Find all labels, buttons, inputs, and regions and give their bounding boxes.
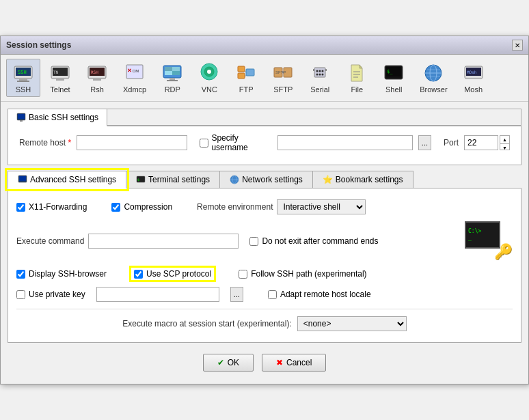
svg-point-40 — [316, 74, 318, 76]
vnc-icon — [198, 62, 220, 84]
settings-row-1: X11-Forwarding Compression Remote enviro… — [16, 199, 513, 214]
toolbar-shell[interactable]: $_ Shell — [377, 59, 411, 97]
use-scp-protocol-checkbox[interactable] — [134, 270, 143, 279]
port-spinner[interactable]: ▲ ▼ — [500, 135, 510, 150]
x11-forwarding-checkbox[interactable] — [16, 203, 25, 212]
close-button[interactable]: ✕ — [512, 40, 523, 51]
svg-rect-23 — [167, 80, 178, 81]
specify-username-label: Specify username — [211, 133, 269, 152]
svg-text:SFTP: SFTP — [275, 70, 286, 74]
svg-rect-44 — [325, 69, 327, 71]
toolbar-vnc[interactable]: VNC — [192, 59, 226, 97]
macro-select[interactable]: <none> — [297, 316, 407, 331]
port-label: Port — [444, 138, 459, 148]
bookmark-settings-tab[interactable]: ⭐ Bookmark settings — [312, 171, 413, 188]
svg-rect-43 — [313, 69, 314, 71]
username-input[interactable] — [277, 135, 413, 150]
do-not-exit-label: Do not exit after command ends — [262, 236, 378, 246]
compression-label[interactable]: Compression — [111, 202, 172, 212]
display-ssh-browser-text: Display SSH-browser — [29, 269, 107, 279]
basic-ssh-tab[interactable]: Basic SSH settings — [8, 109, 107, 126]
content-area: Basic SSH settings Remote host * Specify… — [1, 102, 528, 384]
toolbar-sftp[interactable]: SFTP SFTP — [266, 59, 300, 97]
svg-rect-27 — [238, 66, 245, 72]
file-label: File — [351, 85, 363, 94]
follow-ssh-path-checkbox[interactable] — [239, 270, 247, 279]
vnc-label: VNC — [202, 85, 217, 94]
port-down-button[interactable]: ▼ — [500, 144, 509, 152]
svg-text:SSH: SSH — [18, 70, 27, 75]
advanced-tab-content: X11-Forwarding Compression Remote enviro… — [8, 188, 521, 343]
toolbar-browser[interactable]: Browser — [413, 59, 453, 97]
cancel-button[interactable]: ✖ Cancel — [262, 354, 326, 372]
basic-tab-header-row: Basic SSH settings — [8, 109, 521, 126]
basic-settings-section: Basic SSH settings Remote host * Specify… — [8, 109, 521, 165]
compression-checkbox[interactable] — [111, 203, 120, 212]
private-key-browse-button[interactable]: ... — [230, 287, 243, 302]
serial-icon — [309, 62, 331, 84]
svg-rect-12 — [93, 79, 101, 81]
remote-env-select[interactable]: Interactive shell Bash SFTP SCP — [277, 199, 366, 214]
svg-rect-60 — [18, 114, 25, 119]
do-not-exit-checkbox[interactable] — [249, 237, 258, 246]
port-up-button[interactable]: ▲ — [500, 136, 509, 144]
specify-username-checkbox[interactable] — [200, 139, 208, 148]
basic-ssh-tab-label: Basic SSH settings — [29, 113, 98, 122]
session-settings-window: Session settings ✕ SSH SSH — [0, 36, 529, 384]
remote-host-row: Remote host * Specify username ... Port — [19, 133, 510, 152]
svg-point-42 — [322, 74, 324, 76]
network-settings-tab[interactable]: Network settings — [219, 171, 313, 188]
advanced-ssh-tab-label: Advanced SSH settings — [30, 175, 116, 184]
advanced-ssh-tab-icon — [18, 175, 27, 184]
terminal-settings-tab[interactable]: $ Terminal settings — [126, 171, 220, 188]
username-browse-button[interactable]: ... — [418, 135, 431, 150]
svg-rect-4 — [17, 81, 29, 82]
svg-rect-18 — [165, 67, 172, 71]
use-private-key-text: Use private key — [29, 290, 85, 299]
rsh-icon: RSH — [86, 62, 108, 84]
adapt-remote-host-checkbox[interactable] — [268, 290, 277, 299]
ftp-label: FTP — [239, 85, 254, 94]
execute-command-input[interactable] — [88, 234, 239, 249]
ok-button[interactable]: ✔ OK — [203, 354, 254, 372]
follow-ssh-path-text: Follow SSH path (experimental) — [251, 269, 366, 279]
cancel-label: Cancel — [286, 358, 312, 367]
xdmcp-label: Xdmcp — [123, 85, 146, 94]
svg-rect-22 — [169, 78, 175, 80]
use-private-key-checkbox[interactable] — [16, 290, 25, 299]
bookmark-tab-label: Bookmark settings — [336, 175, 403, 184]
private-key-path-input[interactable] — [96, 287, 219, 302]
toolbar-telnet[interactable]: TN Telnet — [43, 59, 77, 97]
toolbar-ftp[interactable]: FTP — [229, 59, 263, 97]
use-scp-protocol-label[interactable]: Use SCP protocol — [131, 268, 214, 280]
terminal-icon-container: C:\>_ 🔑 — [465, 221, 513, 261]
toolbar-file[interactable]: File — [340, 59, 374, 97]
basic-ssh-tab-icon — [16, 113, 26, 122]
toolbar-serial[interactable]: Serial — [303, 59, 337, 97]
key-icon: 🔑 — [494, 243, 513, 261]
use-private-key-label[interactable]: Use private key — [16, 290, 85, 299]
toolbar-xdmcp[interactable]: ✕ DM Xdmcp — [117, 59, 152, 97]
follow-ssh-path-label[interactable]: Follow SSH path (experimental) — [239, 269, 366, 279]
browser-label: Browser — [420, 85, 447, 94]
display-ssh-browser-checkbox[interactable] — [16, 270, 25, 279]
port-input[interactable] — [464, 135, 498, 150]
required-star: * — [68, 138, 71, 148]
x11-forwarding-label[interactable]: X11-Forwarding — [16, 202, 87, 212]
display-ssh-browser-label[interactable]: Display SSH-browser — [16, 269, 107, 279]
ok-label: OK — [228, 358, 239, 367]
compression-text: Compression — [124, 202, 172, 212]
button-row: ✔ OK ✖ Cancel — [8, 343, 521, 377]
toolbar-rdp[interactable]: RDP — [155, 59, 189, 97]
settings-row-2: Execute command Do not exit after comman… — [16, 221, 513, 261]
toolbar-ssh[interactable]: SSH SSH — [6, 59, 40, 97]
adapt-remote-host-label[interactable]: Adapt remote host locale — [268, 290, 371, 299]
basic-settings-content: Remote host * Specify username ... Port — [8, 126, 521, 165]
svg-text:RSH: RSH — [91, 70, 98, 74]
advanced-ssh-tab[interactable]: Advanced SSH settings — [8, 171, 126, 188]
tab-filler — [107, 109, 521, 126]
remote-host-input[interactable] — [77, 135, 187, 150]
toolbar-rsh[interactable]: RSH Rsh — [80, 59, 114, 97]
toolbar-mosh[interactable]: MOsh Mosh — [457, 59, 491, 97]
network-tab-icon — [230, 175, 239, 184]
